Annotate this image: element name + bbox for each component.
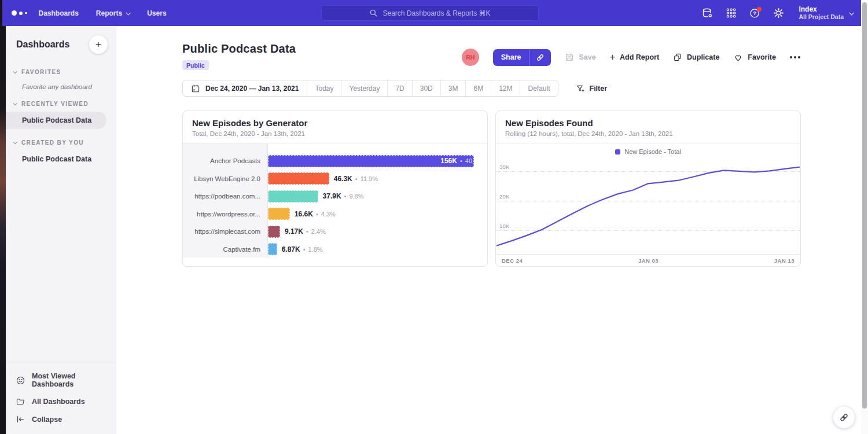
bar[interactable]	[268, 208, 290, 220]
copy-link-button[interactable]	[529, 49, 551, 66]
preset-today[interactable]: Today	[307, 80, 341, 96]
floating-copy-link-button[interactable]	[833, 407, 855, 428]
project-name: Index	[799, 5, 844, 13]
legend-label[interactable]: New Episode - Total	[624, 148, 681, 155]
bar[interactable]	[268, 243, 277, 255]
most-viewed-dashboards-button[interactable]: Most Viewed Dashboards	[6, 368, 116, 392]
desktop-background-edge	[0, 0, 6, 434]
save-button[interactable]: Save	[565, 53, 595, 62]
date-range-control: Dec 24, 2020 — Jan 13, 2021 Today Yester…	[182, 80, 558, 97]
collapse-left-icon	[16, 414, 25, 424]
bar-category-label: https://podbean.com...	[183, 193, 268, 200]
bar-category-label: Captivate.fm	[183, 246, 268, 253]
line-plot[interactable]: 30K 20K 10K	[496, 160, 800, 254]
bar-chart: Anchor Podcasts 156K • 40.3% Libsyn WebE…	[183, 144, 487, 266]
duplicate-button[interactable]: Duplicate	[673, 53, 719, 62]
plus-icon: +	[610, 52, 615, 62]
settings-gear-icon[interactable]	[771, 6, 785, 20]
save-icon	[565, 53, 574, 62]
scrollbar-thumb[interactable]	[862, 2, 867, 409]
preset-3m[interactable]: 3M	[440, 80, 466, 96]
bar[interactable]	[268, 226, 280, 238]
bar-category-label: Libsyn WebEngine 2.0	[183, 175, 268, 182]
bar-category-label: https://wordpress.or...	[183, 211, 268, 218]
more-options-button[interactable]	[790, 54, 800, 61]
legend-swatch	[615, 149, 620, 155]
bar-row[interactable]: Anchor Podcasts 156K • 40.3%	[183, 152, 487, 170]
search-placeholder: Search Dashboards & Reports ⌘K	[382, 9, 490, 17]
preset-yesterday[interactable]: Yesterday	[341, 80, 387, 96]
bar-value-label: 6.87K • 1.8%	[282, 243, 323, 255]
preset-7d[interactable]: 7D	[387, 80, 411, 96]
line-chart-card: New Episodes Found Rolling (12 hours), t…	[495, 111, 801, 267]
sidebar-footer: Most Viewed Dashboards All Dashboards Co…	[6, 362, 116, 434]
bar-category-label: https://simplecast.com	[183, 228, 268, 235]
bar-value-label: 9.17K • 2.4%	[285, 226, 326, 238]
bar-category-label: Anchor Podcasts	[183, 157, 268, 164]
avatar[interactable]: RH	[462, 49, 479, 66]
share-button-group: Share	[493, 49, 551, 66]
nav-users[interactable]: Users	[147, 9, 166, 17]
chevron-down-icon	[126, 10, 131, 15]
bar-chart-card: New Episodes by Generator Total, Dec 24t…	[182, 111, 488, 267]
chevron-down-icon	[13, 101, 17, 105]
chevron-down-icon	[13, 140, 17, 144]
add-dashboard-button[interactable]: +	[89, 35, 108, 54]
bar-row[interactable]: https://podbean.com... 37.9K • 9.8%	[183, 187, 487, 205]
global-search-input[interactable]: Search Dashboards & Reports ⌘K	[321, 5, 539, 21]
section-created-by-you[interactable]: CREATED BY YOU	[6, 139, 116, 146]
public-badge: Public	[182, 60, 209, 70]
header-actions: RH Share Save	[462, 49, 800, 66]
amplitude-logo-icon[interactable]	[12, 10, 27, 16]
nav-dashboards[interactable]: Dashboards	[39, 9, 79, 17]
apps-grid-icon[interactable]	[724, 6, 738, 20]
bar-value-label: 37.9K • 9.8%	[323, 190, 364, 203]
x-axis: DEC 24 JAN 03 JAN 13	[496, 254, 800, 266]
chart-subtitle: Total, Dec 24th, 2020 - Jan 13th, 2021	[192, 130, 478, 137]
heart-icon	[733, 53, 743, 62]
calendar-icon	[191, 84, 200, 93]
nav-reports[interactable]: Reports	[96, 9, 130, 17]
bar-row[interactable]: https://simplecast.com 9.17K • 2.4%	[183, 223, 487, 241]
bar[interactable]	[268, 190, 318, 203]
link-icon	[535, 53, 545, 62]
filter-button[interactable]: Filter	[576, 84, 608, 93]
all-dashboards-button[interactable]: All Dashboards	[6, 392, 116, 410]
chevron-down-icon	[849, 10, 854, 15]
chart-legend: New Episode - Total	[496, 144, 800, 160]
collapse-sidebar-button[interactable]: Collapse	[6, 410, 116, 428]
date-range-picker[interactable]: Dec 24, 2020 — Jan 13, 2021	[183, 80, 307, 96]
page-title: Public Podcast Data	[182, 42, 296, 56]
chart-title[interactable]: New Episodes Found	[505, 118, 791, 128]
data-sources-icon[interactable]	[700, 6, 714, 20]
bar-row[interactable]: https://wordpress.or... 16.6K • 4.3%	[183, 205, 487, 223]
preset-12m[interactable]: 12M	[491, 80, 520, 96]
preset-30d[interactable]: 30D	[412, 80, 440, 96]
date-toolbar: Dec 24, 2020 — Jan 13, 2021 Today Yester…	[182, 80, 861, 97]
share-button[interactable]: Share	[493, 49, 529, 66]
help-icon[interactable]: ?	[748, 6, 762, 20]
preset-6m[interactable]: 6M	[465, 80, 491, 96]
add-report-button[interactable]: + Add Report	[610, 52, 659, 62]
sidebar-item-public-podcast-data[interactable]: Public Podcast Data	[6, 150, 116, 168]
folder-icon	[16, 396, 25, 406]
svg-text:?: ?	[753, 10, 756, 16]
section-favorites[interactable]: FAVORITES	[6, 69, 116, 75]
project-switcher[interactable]: Index All Project Data	[799, 5, 853, 21]
filter-icon	[576, 84, 585, 93]
bar-value-label: 16.6K • 4.3%	[295, 208, 336, 220]
scrollbar-track[interactable]	[861, 0, 868, 434]
chart-title[interactable]: New Episodes by Generator	[192, 118, 478, 128]
main-content: Public Podcast Data Public RH Share	[116, 26, 861, 434]
bar[interactable]	[268, 172, 329, 185]
bar-row[interactable]: Libsyn WebEngine 2.0 46.3K • 11.9%	[183, 170, 487, 188]
sidebar-item-public-podcast-data[interactable]: Public Podcast Data	[6, 112, 106, 129]
navbar-right: ? Index All Project Data	[700, 0, 853, 26]
favorite-button[interactable]: Favorite	[733, 53, 776, 62]
bar-row[interactable]: Captivate.fm 6.87K • 1.8%	[183, 241, 487, 259]
preset-default[interactable]: Default	[520, 80, 557, 96]
sidebar-title: Dashboards	[16, 39, 69, 50]
primary-nav: Dashboards Reports Users	[39, 9, 167, 17]
link-icon	[838, 412, 849, 423]
section-recently-viewed[interactable]: RECENTLY VIEWED	[6, 101, 116, 107]
